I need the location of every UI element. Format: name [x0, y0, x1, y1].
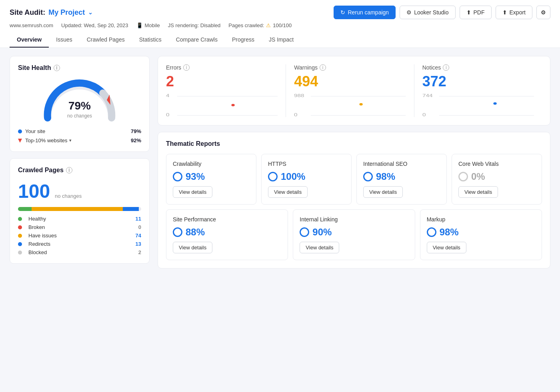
healthy-value: 11: [136, 216, 141, 222]
tab-statistics[interactable]: Statistics: [132, 32, 169, 48]
internal-linking-details-button[interactable]: View details: [300, 242, 339, 253]
category-blocked: Blocked 2: [18, 249, 141, 255]
thematic-https: HTTPS 100% View details: [261, 154, 352, 205]
gauge-text: 79% no changes: [67, 99, 92, 119]
errors-info-icon[interactable]: i: [183, 64, 190, 71]
svg-point-10: [360, 103, 363, 105]
rerun-button[interactable]: ↻ Rerun campaign: [334, 6, 396, 19]
crawled-pages-card: Crawled Pages i 100 no changes Healt: [10, 158, 150, 264]
redirects-dot: [18, 242, 22, 246]
chevron-down-icon[interactable]: ⌄: [88, 9, 93, 16]
tab-progress[interactable]: Progress: [225, 32, 262, 48]
gauge-sub: no changes: [67, 113, 92, 119]
settings-button[interactable]: ⚙: [536, 6, 550, 19]
tab-js-impact[interactable]: JS Impact: [262, 32, 301, 48]
category-broken: Broken 0: [18, 224, 141, 230]
crawled-pages-info-icon[interactable]: i: [66, 167, 72, 173]
thematic-title: Thematic Reports: [166, 140, 542, 147]
pdf-button[interactable]: ⬆ PDF: [460, 6, 492, 19]
warnings-info-icon[interactable]: i: [320, 64, 326, 71]
redirects-label: Redirects: [28, 241, 50, 247]
site-performance-details-button[interactable]: View details: [173, 242, 212, 253]
crawlability-details-button[interactable]: View details: [173, 186, 212, 198]
site-performance-icon: [173, 227, 182, 237]
warnings-label: Warnings i: [294, 64, 406, 71]
https-icon: [268, 172, 278, 181]
https-score: 100%: [268, 171, 345, 182]
pages-crawled: Pages crawled: ⚠ 100/100: [228, 22, 292, 28]
core-web-vitals-name: Core Web Vitals: [458, 161, 535, 167]
tab-overview[interactable]: Overview: [10, 32, 49, 48]
sidebar: Site Health i 79% no changes: [10, 56, 150, 384]
errors-chart: 4 0: [166, 93, 278, 117]
crawled-count-row: 100 no changes: [18, 180, 141, 202]
thematic-internal-linking: Internal Linking 90% View details: [293, 209, 415, 260]
blocked-label: Blocked: [28, 249, 47, 255]
right-content: Errors i 2 4 0 Warnings: [158, 56, 550, 384]
project-name[interactable]: My Project: [48, 8, 85, 17]
markup-icon: [427, 227, 436, 237]
thematic-core-web-vitals: Core Web Vitals 0% View details: [452, 154, 542, 205]
markup-details-button[interactable]: View details: [427, 242, 466, 253]
js-rendering: JS rendering: Disabled: [168, 22, 221, 28]
crawlability-icon: [173, 172, 182, 181]
redirects-bar: [123, 207, 139, 211]
crawled-count: 100: [18, 181, 50, 202]
internal-linking-icon: [300, 227, 309, 237]
healthy-bar: [18, 207, 32, 211]
healthy-dot: [18, 217, 22, 221]
thematic-intl-seo: International SEO 98% View details: [356, 154, 447, 205]
intl-seo-icon: [363, 172, 373, 181]
issues-dot: [18, 234, 22, 238]
thematic-crawlability: Crawlability 93% View details: [166, 154, 256, 205]
header-top: Site Audit: My Project ⌄ ↻ Rerun campaig…: [10, 6, 550, 19]
top10-value: 92%: [131, 137, 141, 143]
notices-info-icon[interactable]: i: [443, 64, 449, 71]
pages-progress-bar: [18, 207, 141, 211]
crawlability-name: Crawlability: [173, 161, 250, 167]
chevron-down-icon[interactable]: ▾: [69, 138, 72, 143]
notices-chart: 744 0: [422, 93, 534, 117]
export-icon: ⬆: [502, 9, 507, 16]
top10-dot: [18, 139, 22, 143]
svg-text:744: 744: [422, 93, 433, 98]
export-button[interactable]: ⬆ Export: [496, 6, 532, 19]
legend-your-site: Your site 79%: [18, 128, 141, 134]
warnings-value: 494: [294, 73, 406, 90]
site-health-card: Site Health i 79% no changes: [10, 56, 150, 152]
tab-crawled-pages[interactable]: Crawled Pages: [80, 32, 132, 48]
thematic-row1: Crawlability 93% View details HTTPS 100%…: [166, 154, 542, 205]
notices-value: 372: [422, 73, 534, 90]
warnings-chart-svg: 988 0: [294, 93, 406, 117]
updated-date: Updated: Wed, Sep 20, 2023: [61, 22, 128, 28]
svg-point-5: [231, 104, 234, 106]
tab-compare-crawls[interactable]: Compare Crawls: [169, 32, 225, 48]
errors-chart-svg: 4 0: [166, 93, 278, 117]
https-details-button[interactable]: View details: [268, 186, 308, 198]
core-web-vitals-icon: [458, 172, 468, 181]
crawlability-score: 93%: [173, 171, 250, 182]
site-health-info-icon[interactable]: i: [54, 65, 60, 71]
svg-text:4: 4: [166, 93, 170, 98]
crawled-pages-title: Crawled Pages i: [18, 167, 141, 174]
tab-issues[interactable]: Issues: [49, 32, 79, 48]
category-have-issues: Have issues 74: [18, 233, 141, 239]
blocked-value: 2: [138, 249, 141, 255]
svg-text:988: 988: [294, 93, 304, 98]
warning-icon: ⚠: [266, 22, 271, 28]
internal-linking-score: 90%: [300, 227, 408, 238]
intl-seo-details-button[interactable]: View details: [363, 186, 403, 198]
looker-studio-button[interactable]: ⚙ Looker Studio: [400, 6, 455, 19]
crawled-sub: no changes: [55, 193, 82, 199]
issues-value: 74: [136, 233, 141, 239]
gauge-percent: 79%: [67, 99, 92, 112]
warnings-metric: Warnings i 494 988 0: [286, 64, 414, 117]
nav-tabs: Overview Issues Crawled Pages Statistics…: [10, 32, 550, 48]
site-audit-label: Site Audit:: [10, 8, 45, 17]
core-web-vitals-details-button[interactable]: View details: [458, 186, 498, 198]
site-performance-name: Site Performance: [173, 216, 281, 223]
page-categories: Healthy 11 Broken 0 Have issues: [18, 216, 141, 255]
broken-value: 0: [138, 224, 141, 230]
svg-text:0: 0: [294, 112, 298, 117]
intl-seo-score: 98%: [363, 171, 440, 182]
